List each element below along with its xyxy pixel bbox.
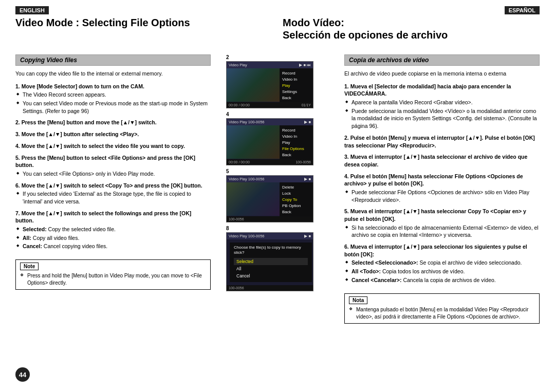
screenshot-2: 2 Video Play ▶ ■ ⏮ Record Video In Play [226,54,329,108]
espanol-badge: ESPAÑOL [505,6,540,14]
screen-5-video [227,182,280,216]
english-section-header: Copying Video files [15,54,211,66]
copy-option-selected: Selected [234,258,308,265]
screen-5-box: Video Play 100-0056 ▶ ■ Delete Lock Copy… [226,175,313,222]
copy-dialog: Choose the file(s) to copy to memory sti… [230,242,312,282]
header-right: ESPAÑOL Modo Vídeo: Selección de opcione… [272,6,540,41]
spanish-steps: 1. Mueva el [Selector de modalidad] haci… [344,83,540,288]
screen-5-bottom: 100-0056 [227,216,313,222]
step-6-es: 6. Mueva el interruptor [▲/▼] para selec… [344,243,540,284]
page-header: ENGLISH Video Mode : Selecting File Opti… [0,0,555,45]
screen-5-topbar: Video Play 100-0056 ▶ ■ [227,176,313,182]
screenshot-8-num: 8 [226,226,329,231]
screen-2-menu: Record Video In Play Settings Back [280,68,313,102]
screen-4-topbar: Video Play 100-0056 ▶ ■ [227,119,313,125]
spanish-section-header: Copia de archivos de vídeo [344,54,540,66]
copy-option-all: All [234,265,308,272]
step-3-es: 3. Mueva el interruptor [▲/▼] hasta sele… [344,153,540,168]
step-2-en: 2. Press the [Menu] button and move the … [15,119,211,126]
screen-8-body: Choose the file(s) to copy to memory sti… [227,239,313,285]
screenshot-2-num: 2 [226,54,329,60]
english-intro: You can copy the video file to the inter… [15,70,211,78]
spanish-intro: El archivo de vídeo puede copiarse en la… [344,70,540,78]
screen-4-menu: Record Video In Play File Options Back [280,125,313,159]
english-badge: ENGLISH [15,6,49,14]
main-content: Copying Video files You can copy the vid… [0,45,555,392]
note-text: Press and hold the [Menu] button in Vide… [20,272,206,287]
screen-8-bottom: 100-0056 [227,285,313,291]
step-3-en: 3. Move the [▲/▼] button after selecting… [15,130,211,138]
english-steps: 1. Move [Mode Selector] down to turn on … [15,83,211,254]
english-note: Note Press and hold the [Menu] button in… [15,259,211,290]
screen-4-body: Record Video In Play File Options Back [227,125,313,159]
title-spanish: Modo Vídeo: Selección de opciones de arc… [283,16,540,41]
step-4-en: 4. Move the [▲/▼] switch to select the v… [15,142,211,150]
spanish-column: Copia de archivos de vídeo El archivo de… [344,54,540,383]
note-label: Note [20,263,39,270]
page: ENGLISH Video Mode : Selecting File Opti… [0,0,555,392]
step-6-en: 6. Move the [▲/▼] switch to select <Copy… [15,182,211,206]
nota-label: Nota [349,296,367,304]
screen-8-box: Video Play 100-0056 ▶ ■ Choose the file(… [226,232,313,291]
screen-5-menu: Delete Lock Copy To PB Option Back [280,182,313,216]
step-1-en: 1. Move [Mode Selector] down to turn on … [15,83,211,115]
screenshot-4-num: 4 [226,111,329,117]
screenshot-5: 5 Video Play 100-0056 ▶ ■ Delete Lock Co… [226,169,329,222]
screenshot-4: 4 Video Play 100-0056 ▶ ■ Record Video I… [226,111,329,165]
screenshots-panel: 2 Video Play ▶ ■ ⏮ Record Video In Play [226,54,329,383]
step-5-es: 5. Mueva el interruptor [▲/▼] hasta sele… [344,208,540,239]
screen-5-body: Delete Lock Copy To PB Option Back [227,182,313,216]
spanish-note: Nota Mantenga pulsado el botón [Menu] en… [344,293,540,324]
screen-2-topbar: Video Play ▶ ■ ⏮ [227,62,313,68]
copy-dialog-title: Choose the file(s) to copy to memory sti… [234,245,308,256]
page-number: 44 [15,367,30,382]
screen-4-video [227,125,280,159]
header-left: ENGLISH Video Mode : Selecting File Opti… [15,6,272,41]
screenshot-5-num: 5 [226,169,329,174]
step-4-es: 4. Pulse el botón [Menu] hasta seleccion… [344,173,540,204]
main-wrapper: Copying Video files You can copy the vid… [0,45,555,392]
screenshot-8: 8 Video Play 100-0056 ▶ ■ Choose the fil… [226,226,329,291]
screen-2-bottom: 00:00 / 00:00 01/1Y [227,102,313,108]
nota-text: Mantenga pulsado el botón [Menu] en la m… [349,306,535,321]
screen-8-topbar: Video Play 100-0056 ▶ ■ [227,233,313,239]
screen-4-box: Video Play 100-0056 ▶ ■ Record Video In … [226,118,313,165]
english-column: Copying Video files You can copy the vid… [15,54,211,383]
step-5-en: 5. Press the [Menu] button to select <Fi… [15,154,211,178]
step-7-en: 7. Move the [▲/▼] switch to select the f… [15,210,211,250]
step-1-es: 1. Mueva el [Selector de modalidad] haci… [344,83,540,130]
screen-2-box: Video Play ▶ ■ ⏮ Record Video In Play Se… [226,61,313,108]
screen-2-video [227,68,280,102]
screen-4-bottom: 00:00 / 00:00 100-0056 [227,159,313,165]
title-english: Video Mode : Selecting File Options [15,16,272,29]
step-2-es: 2. Pulse el botón [Menu] y mueva el inte… [344,134,540,149]
copy-option-cancel: Cancel [234,272,308,279]
screen-2-body: Record Video In Play Settings Back [227,68,313,102]
